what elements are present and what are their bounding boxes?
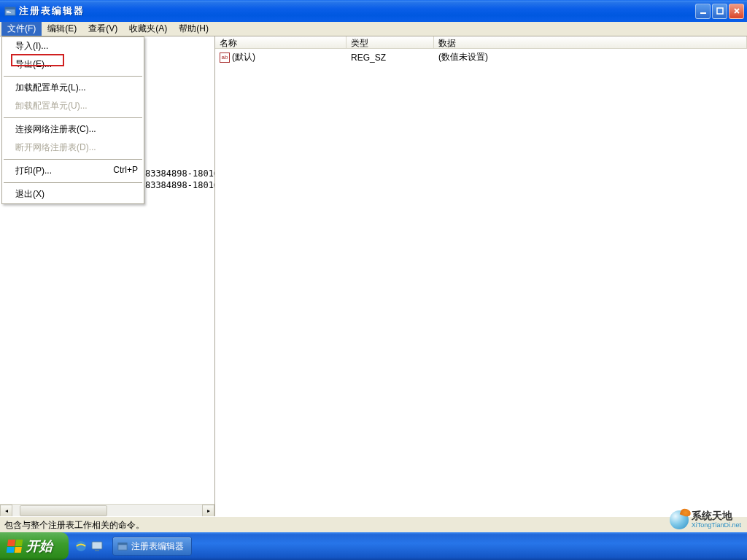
horizontal-scrollbar[interactable]: ◂ ▸ [0,504,214,516]
watermark-zh: 系统天地 [692,510,741,521]
menu-favorites[interactable]: 收藏夹(A) [123,22,173,36]
minimize-button[interactable] [695,4,711,19]
scroll-left-button[interactable]: ◂ [0,505,12,516]
menu-disconnect-network: 断开网络注册表(D)... [2,139,144,157]
svg-rect-8 [95,550,99,551]
menu-separator [4,76,142,77]
svg-rect-1 [5,7,15,9]
ie-icon[interactable] [74,540,88,553]
svg-rect-10 [118,543,127,545]
titlebar: 注册表编辑器 [0,0,747,22]
desktop-icon[interactable] [90,540,104,553]
start-label: 开始 [26,537,53,555]
menu-separator [4,159,142,160]
menu-separator [4,182,142,183]
menu-help[interactable]: 帮助(H) [173,22,214,36]
task-label: 注册表编辑器 [131,540,184,553]
close-button[interactable] [729,4,744,19]
window-buttons [695,4,744,19]
statusbar: 包含与整个注册表工作相关的命令。 [0,516,747,532]
menu-connect-label: 连接网络注册表(C)... [15,123,96,136]
col-name[interactable]: 名称 [215,36,347,48]
app-icon [4,5,16,17]
cell-name: ab (默认) [215,50,347,64]
scroll-right-button[interactable]: ▸ [202,505,214,516]
list-header: 名称 类型 数据 [215,36,747,49]
scroll-thumb[interactable] [20,505,107,516]
menu-exit-label: 退出(X) [15,188,44,201]
svg-rect-7 [92,542,102,549]
menu-disconnect-label: 断开网络注册表(D)... [15,141,96,154]
watermark-logo: 系统天地 XiTongTianDi.net [670,510,741,529]
menu-connect-network[interactable]: 连接网络注册表(C)... [2,120,144,139]
list-row-default[interactable]: ab (默认) REG_SZ (数值未设置) [215,49,747,64]
windows-flag-icon [7,540,23,553]
menu-exit[interactable]: 退出(X) [2,185,144,203]
svg-rect-4 [700,12,706,14]
globe-icon [670,510,689,529]
window-title: 注册表编辑器 [19,4,695,18]
watermark-text: 系统天地 XiTongTianDi.net [692,510,741,529]
taskbar-task-regedit[interactable]: 注册表编辑器 [112,537,192,556]
cell-type: REG_SZ [347,50,434,64]
cell-data: (数值未设置) [434,50,747,64]
menu-separator [4,117,142,118]
menu-edit[interactable]: 编辑(E) [42,22,82,36]
menu-export-label: 导出(E)... [15,58,52,71]
taskbar: 开始 注册表编辑器 [0,532,747,560]
svg-rect-5 [717,8,723,14]
menu-export[interactable]: 导出(E)... [2,55,144,74]
statusbar-text: 包含与整个注册表工作相关的命令。 [4,520,144,530]
quick-launch [69,540,109,553]
list-pane: 名称 类型 数据 ab (默认) REG_SZ (数值未设置) [215,36,747,516]
menu-print-shortcut: Ctrl+P [113,165,138,177]
menubar: 文件(F) 编辑(E) 查看(V) 收藏夹(A) 帮助(H) [0,22,747,36]
maximize-button[interactable] [712,4,727,19]
menu-file[interactable]: 文件(F) [1,22,42,36]
svg-rect-3 [7,12,11,13]
menu-unload-hive: 卸载配置单元(U)... [2,97,144,115]
menu-load-hive-label: 加载配置单元(L)... [15,82,86,94]
cell-name-label: (默认) [232,51,255,63]
regedit-icon [117,541,128,551]
menu-load-hive[interactable]: 加载配置单元(L)... [2,79,144,97]
string-value-icon: ab [220,52,230,63]
menu-unload-hive-label: 卸载配置单元(U)... [15,100,88,112]
menu-print-label: 打印(P)... [15,165,52,177]
svg-rect-2 [7,11,9,12]
menu-import-label: 导入(I)... [15,40,48,52]
menu-import[interactable]: 导入(I)... [2,37,144,55]
col-type[interactable]: 类型 [347,36,434,48]
menu-print[interactable]: 打印(P)... Ctrl+P [2,162,144,180]
file-dropdown: 导入(I)... 导出(E)... 加载配置单元(L)... 卸载配置单元(U)… [1,36,144,204]
col-data[interactable]: 数据 [434,36,747,48]
start-button[interactable]: 开始 [0,532,69,560]
menu-view[interactable]: 查看(V) [82,22,123,36]
watermark-en: XiTongTianDi.net [692,522,741,529]
